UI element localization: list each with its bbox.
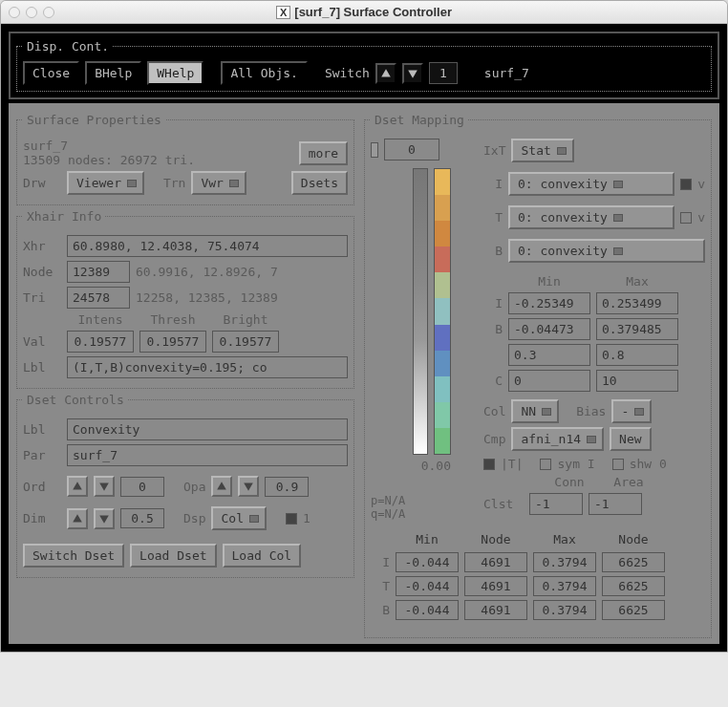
switch-up-icon[interactable]: [375, 63, 396, 84]
dsetctl-legend: Dset Controls: [23, 393, 128, 407]
val2: 0.19577: [139, 331, 206, 353]
zoom-dot[interactable]: [43, 7, 54, 18]
dsetmap-legend: Dset Mapping: [371, 113, 468, 127]
dim-up-icon[interactable]: [67, 508, 88, 529]
symi-check[interactable]: [540, 459, 551, 470]
switch-label: Switch: [325, 66, 370, 80]
ord-label: Ord: [23, 480, 61, 494]
load-dset-button[interactable]: Load Dset: [130, 544, 216, 568]
trn-select[interactable]: Vwr: [191, 171, 246, 195]
bias-select[interactable]: -: [611, 399, 652, 423]
svg-marker-7: [99, 515, 109, 523]
q-val: q=N/A: [371, 507, 476, 521]
minimize-dot[interactable]: [26, 7, 37, 18]
close-button[interactable]: Close: [23, 61, 79, 85]
thresh-top[interactable]: 0: [384, 139, 439, 161]
thresh-bottom: 0.00: [371, 459, 476, 473]
dsets-button[interactable]: Dsets: [291, 171, 348, 195]
all-objs-button[interactable]: All Objs.: [221, 61, 307, 85]
t-stat-node2: 6625: [602, 576, 665, 596]
iti-check[interactable]: [483, 459, 495, 470]
b-stat-node2: 6625: [602, 600, 665, 620]
node-field[interactable]: 12389: [67, 261, 130, 283]
i-select[interactable]: 0: convexity: [508, 172, 674, 196]
svg-marker-1: [408, 70, 418, 77]
node-label: Node: [23, 265, 61, 279]
opa-up-icon[interactable]: [211, 476, 232, 497]
i-stat-node1: 4691: [464, 552, 527, 572]
trn-label: Trn: [163, 176, 185, 190]
dset-mapping: Dset Mapping 0: [364, 113, 712, 638]
ord-up-icon[interactable]: [67, 476, 88, 497]
switch-dset-button[interactable]: Switch Dset: [23, 544, 124, 568]
svg-marker-4: [218, 482, 227, 489]
tri-field[interactable]: 24578: [67, 287, 130, 309]
bhelp-button[interactable]: BHelp: [85, 61, 141, 85]
svg-marker-6: [73, 514, 82, 522]
xhr-field[interactable]: 60.8980, 12.4038, 75.4074: [67, 235, 348, 257]
ord-field[interactable]: 0: [120, 477, 164, 497]
xhair-legend: Xhair Info: [23, 209, 105, 224]
shw0-check[interactable]: [612, 459, 624, 470]
i-v-check[interactable]: [680, 179, 692, 190]
switch-value[interactable]: 1: [429, 62, 458, 84]
b-min[interactable]: -0.04473: [508, 318, 590, 340]
p-val: p=N/A: [371, 494, 476, 507]
i-min[interactable]: -0.25349: [508, 292, 590, 314]
min-h: Min: [508, 274, 590, 289]
xhair-info: Xhair Info Xhr 60.8980, 12.4038, 75.4074…: [16, 209, 354, 389]
b-stat-min: -0.044: [396, 600, 459, 620]
cmp-select[interactable]: afni_n14: [511, 427, 604, 451]
close-dot[interactable]: [9, 7, 20, 18]
opa-down-icon[interactable]: [238, 476, 259, 497]
i-stat-max: 0.3794: [533, 552, 596, 572]
dim-field[interactable]: 0.5: [120, 508, 164, 528]
col-select[interactable]: NN: [511, 399, 559, 423]
clst-conn[interactable]: -1: [529, 493, 583, 515]
surface-properties: Surface Properties surf_7 13509 nodes: 2…: [16, 113, 354, 205]
r3-max[interactable]: 0.8: [596, 344, 678, 366]
i-max[interactable]: 0.253499: [596, 292, 678, 314]
b-max[interactable]: 0.379485: [596, 318, 678, 340]
colormap-bar[interactable]: [434, 168, 451, 455]
opa-field[interactable]: 0.9: [265, 477, 309, 497]
tri-nodes: 12258, 12385, 12389: [136, 290, 278, 305]
clst-label: Clst: [483, 497, 524, 511]
b-select[interactable]: 0: convexity: [508, 239, 705, 263]
ctl-par-field[interactable]: surf_7: [67, 444, 348, 466]
val-label: Val: [23, 334, 61, 349]
clst-area[interactable]: -1: [589, 493, 642, 515]
switch-down-icon[interactable]: [402, 63, 423, 84]
one-label: 1: [303, 511, 310, 525]
t-v-check[interactable]: [680, 212, 692, 224]
drw-select[interactable]: Viewer: [67, 171, 144, 195]
load-col-button[interactable]: Load Col: [223, 544, 302, 568]
thresh-slider-knob[interactable]: [371, 142, 378, 158]
dsp-select[interactable]: Col: [211, 506, 266, 530]
one-checkbox[interactable]: [286, 513, 297, 525]
dim-down-icon[interactable]: [94, 508, 115, 529]
c-min[interactable]: 0: [508, 370, 590, 392]
more-button[interactable]: more: [299, 141, 348, 165]
ixt-select[interactable]: Stat: [511, 139, 573, 162]
b-stat-max: 0.3794: [533, 600, 596, 620]
lbl-field[interactable]: (I,T,B)convexity=0.195; co: [67, 356, 348, 378]
traffic-lights: [9, 7, 54, 18]
t-stat-node1: 4691: [464, 576, 527, 596]
val3: 0.19577: [212, 331, 279, 353]
threshold-bar[interactable]: [413, 168, 428, 455]
surf-name: surf_7: [23, 139, 195, 153]
node-coord: 60.9916, 12.8926, 7: [136, 265, 278, 279]
ctl-lbl-field[interactable]: Convexity: [67, 418, 348, 440]
whelp-button[interactable]: WHelp: [147, 61, 203, 85]
h-intens: Intens: [67, 312, 134, 327]
r3-min[interactable]: 0.3: [508, 344, 590, 366]
t-label: T: [483, 210, 503, 225]
new-button[interactable]: New: [610, 427, 651, 451]
max-h: Max: [596, 274, 678, 289]
t-select[interactable]: 0: convexity: [508, 205, 674, 229]
c-max[interactable]: 10: [596, 370, 678, 392]
dset-controls: Dset Controls Lbl Convexity Par surf_7 O…: [16, 393, 354, 578]
t-stat-max: 0.3794: [533, 576, 596, 596]
ord-down-icon[interactable]: [94, 476, 115, 497]
